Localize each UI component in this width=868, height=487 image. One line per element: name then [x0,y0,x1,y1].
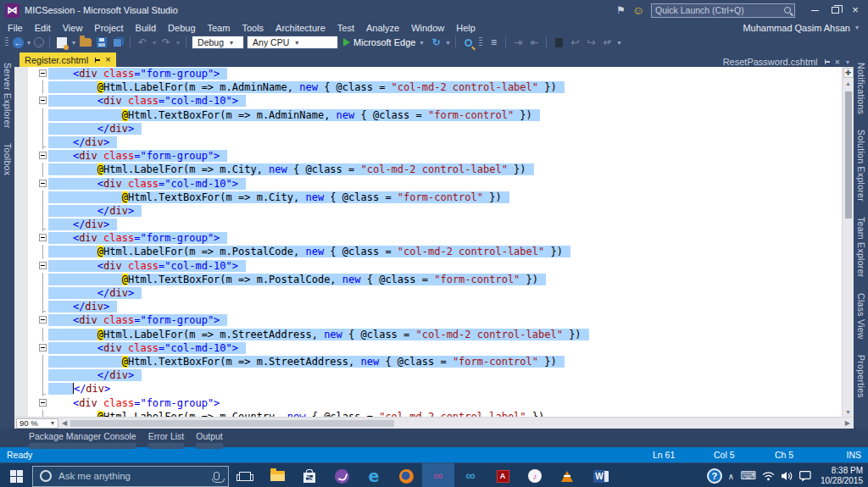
taskbar-visual-studio-icon[interactable]: ∞ [422,463,454,487]
redo-button[interactable]: ↷ [159,36,173,49]
vertical-scrollbar[interactable]: ✚ ▲ ▼ [842,67,854,417]
code-line[interactable]: </div> [14,122,842,136]
collapse-region-icon[interactable] [36,259,48,273]
code-line[interactable]: <div class="form-group"> [14,67,842,80]
clear-bookmarks-icon[interactable]: ↫ [600,36,614,49]
breakpoint-margin[interactable] [14,341,28,355]
scroll-up-arrow[interactable]: ▲ [845,79,851,88]
breakpoint-margin[interactable] [14,286,28,300]
code-line[interactable]: </div> [14,300,842,313]
breakpoint-margin[interactable] [14,259,28,273]
feedback-smiley-icon[interactable]: ☺ [632,5,644,15]
code-line[interactable]: <div class="col-md-10"> [14,177,842,191]
volume-icon[interactable] [781,471,793,481]
taskbar-task-view-icon[interactable] [229,463,261,487]
breakpoint-margin[interactable] [14,231,28,245]
vertical-scroll-thumb[interactable] [845,91,852,219]
code-line[interactable]: @Html.LabelFor(m => m.StreetAddress, new… [14,328,842,341]
horizontal-scrollbar[interactable]: 90 % ▾ ◀ ▶ [14,417,854,429]
breakpoint-margin[interactable] [14,122,28,136]
panel-tab-package-manager-console[interactable]: Package Manager Console [29,431,136,449]
touch-keyboard-icon[interactable]: ⌨ [740,471,756,481]
code-line[interactable]: @Html.TextBoxFor(m => m.PostalCode, new … [14,273,842,286]
redo-dropdown[interactable]: ▾ [175,39,181,47]
scroll-left-arrow[interactable]: ◀ [58,419,70,427]
previous-bookmark-icon[interactable]: ↩ [568,36,581,49]
close-button[interactable]: × [846,3,865,18]
solution-platform-combo[interactable]: Any CPU ▾ [247,36,338,49]
microphone-icon[interactable] [214,472,220,480]
breakpoint-margin[interactable] [14,136,28,149]
chevron-down-icon[interactable]: ▾ [845,58,850,66]
undo-dropdown[interactable]: ▾ [152,39,157,47]
tool-tab-class-view[interactable]: Class View [854,290,868,343]
breakpoint-margin[interactable] [14,273,28,286]
taskbar-word-icon[interactable]: W [583,463,615,487]
breakpoint-margin[interactable] [14,396,28,410]
help-icon[interactable]: ? [707,468,722,484]
collapse-region-icon[interactable] [36,396,48,410]
taskbar-file-explorer-icon[interactable] [261,463,293,487]
code-line[interactable]: <div class="form-group"> [14,149,842,163]
next-bookmark-icon[interactable]: ↪ [584,36,598,49]
taskbar-blend-icon[interactable]: ∞ [454,463,487,487]
signed-in-user[interactable]: Muhammad Qasim Ahsan ▾ [743,23,868,33]
solution-configuration-combo[interactable]: Debug ▾ [192,36,244,49]
taskbar-acrobat-icon[interactable]: A [487,463,519,487]
menu-build[interactable]: Build [130,21,162,35]
breakpoint-margin[interactable] [14,204,28,218]
collapse-region-icon[interactable] [36,67,48,80]
code-line[interactable]: </div> [14,286,842,300]
pin-icon[interactable] [93,57,100,64]
menu-help[interactable]: Help [450,21,481,35]
tray-expand-icon[interactable]: ∧ [728,472,734,481]
collapse-region-icon[interactable] [36,231,48,245]
taskbar-viber-icon[interactable] [326,463,358,487]
toggle-bookmark-icon[interactable] [552,36,565,49]
close-tab-icon[interactable]: × [835,58,840,66]
feedback-flag-icon[interactable]: ⚑ [616,4,626,16]
code-line[interactable]: <div class="col-md-10"> [14,94,842,108]
panel-tab-output[interactable]: Output [196,431,223,449]
code-line[interactable]: <div class="form-group"> [14,313,842,327]
decrease-indent-icon[interactable]: ⇤ [527,36,541,49]
new-project-dropdown[interactable]: ▾ [71,39,76,47]
menu-view[interactable]: View [57,21,89,35]
editor-zoom-combo[interactable]: 90 % ▾ [16,418,58,429]
save-button[interactable] [95,36,108,49]
undo-button[interactable]: ↶ [136,36,149,49]
breakpoint-margin[interactable] [14,67,28,80]
menu-tools[interactable]: Tools [236,21,270,35]
start-button[interactable] [0,463,32,487]
tool-tab-server-explorer[interactable]: Server Explorer [0,59,14,131]
code-line[interactable]: </div> [14,218,842,231]
navigate-forward-button[interactable]: → [34,37,44,47]
collapse-region-icon[interactable] [36,94,48,108]
breakpoint-margin[interactable] [14,328,28,341]
taskbar-edge-icon[interactable]: e [358,463,390,487]
toolbar-overflow[interactable] [479,37,482,47]
taskbar-clock[interactable]: 8:38 PM 10/28/2015 [817,466,863,486]
breakpoint-margin[interactable] [14,313,28,327]
maximize-button[interactable] [826,3,844,18]
code-line[interactable]: @Html.TextBoxFor(m => m.City, new { @cla… [14,191,842,204]
code-line[interactable]: @Html.LabelFor(m => m.City, new { @class… [14,163,842,176]
increase-indent-icon[interactable]: ⇥ [511,36,525,49]
new-project-button[interactable] [55,36,69,49]
menu-analyze[interactable]: Analyze [360,21,405,35]
code-line[interactable]: </div> [14,204,842,218]
breakpoint-margin[interactable] [14,382,28,396]
breakpoint-margin[interactable] [14,108,28,122]
scroll-down-arrow[interactable]: ▼ [845,407,851,417]
code-line[interactable]: <div class="col-md-10"> [14,341,842,355]
save-all-button[interactable] [111,36,125,49]
breakpoint-margin[interactable] [14,245,28,258]
code-line[interactable]: @Html.LabelFor(m => m.AdminName, new { @… [14,80,842,94]
breakpoint-margin[interactable] [14,410,28,417]
tab-register-cshtml[interactable]: Register.cshtml × [19,53,116,67]
close-tab-icon[interactable]: × [105,56,110,64]
code-line[interactable]: @Html.TextBoxFor(m => m.StreetAddress, n… [14,355,842,368]
scroll-right-arrow[interactable]: ▶ [842,419,854,427]
collapse-region-icon[interactable] [36,313,48,327]
menu-debug[interactable]: Debug [162,21,201,35]
